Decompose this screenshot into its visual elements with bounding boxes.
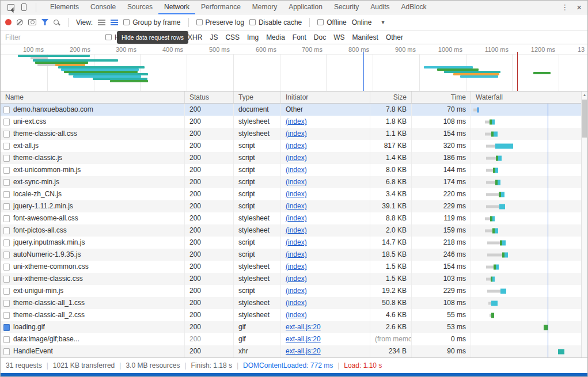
table-row[interactable]: jquery.inputmask.min.js200script(index)1… [1, 237, 582, 249]
initiator-link[interactable]: (index) [286, 262, 307, 271]
column-header-type[interactable]: Type [234, 92, 281, 103]
initiator-link[interactable]: (index) [286, 202, 307, 210]
column-header-initiator[interactable]: Initiator [281, 92, 370, 103]
tab-security[interactable]: Security [328, 1, 365, 14]
table-row[interactable]: autoNumeric-1.9.35.js200script(index)18.… [1, 249, 582, 261]
initiator-link[interactable]: (index) [286, 275, 307, 283]
filter-input[interactable] [1, 31, 97, 44]
filter-pill-js[interactable]: JS [210, 33, 218, 41]
initiator-link[interactable]: (index) [286, 214, 307, 222]
table-row[interactable]: HandleEvent200xhrext-all.js:20234 B90 ms [1, 345, 582, 357]
vertical-scrollbar[interactable]: ▴ [581, 92, 587, 357]
use-small-rows-icon[interactable] [98, 20, 105, 25]
filter-pill-manifest[interactable]: Manifest [352, 33, 378, 41]
checkbox-group-by-frame[interactable]: Group by frame [123, 18, 180, 26]
close-icon[interactable]: × [576, 2, 582, 12]
tab-audits[interactable]: Audits [365, 1, 395, 14]
initiator-link[interactable]: (index) [286, 117, 307, 125]
initiator-link[interactable]: (index) [286, 238, 307, 246]
request-name: font-awesome-all.css [13, 212, 78, 224]
initiator-link[interactable]: (index) [286, 178, 307, 186]
tab-performance[interactable]: Performance [195, 1, 246, 14]
table-row[interactable]: font-awesome-all.css200stylesheet(index)… [1, 212, 582, 224]
table-row[interactable]: uni-xtheme-classic.css200stylesheet(inde… [1, 273, 582, 285]
filter-pill-css[interactable]: CSS [225, 33, 240, 41]
filter-icon[interactable] [41, 19, 48, 25]
checkbox-offline[interactable]: Offline [317, 18, 346, 26]
column-header-name[interactable]: Name [1, 92, 185, 103]
initiator-link[interactable]: (index) [286, 287, 307, 295]
table-row[interactable]: data:image/gif;base...200gifext-all.js:2… [1, 333, 582, 345]
table-row[interactable]: ext-sync-min.js200script(index)6.8 KB174… [1, 176, 582, 188]
tab-elements[interactable]: Elements [44, 1, 85, 14]
initiator-link[interactable]: ext-all.js:20 [286, 323, 321, 331]
filter-pill-other[interactable]: Other [386, 33, 403, 41]
initiator-link[interactable]: ext-all.js:20 [286, 335, 321, 343]
filter-pill-doc[interactable]: Doc [314, 33, 326, 41]
throttling-dropdown[interactable]: Online ▾ [352, 18, 385, 26]
initiator-link[interactable]: (index) [286, 226, 307, 234]
initiator-link[interactable]: (index) [286, 166, 307, 174]
table-row[interactable]: ext-unigui-min.js200script(index)19.2 KB… [1, 285, 582, 297]
filter-pill-xhr[interactable]: XHR [188, 33, 202, 41]
table-row[interactable]: ext-unicommon-min.js200script(index)8.0 … [1, 164, 582, 176]
table-row[interactable]: jquery-1.11.2.min.js200script(index)39.1… [1, 200, 582, 212]
table-row[interactable]: loading.gif200gifext-all.js:202.6 KB53 m… [1, 321, 582, 333]
domcontentloaded-line [548, 104, 548, 357]
column-header-size[interactable]: Size [370, 92, 412, 103]
table-row[interactable]: theme-classic-all_1.css200stylesheet(ind… [1, 297, 582, 309]
tab-application[interactable]: Application [283, 1, 328, 14]
tab-sources[interactable]: Sources [122, 1, 158, 14]
initiator-link[interactable]: (index) [286, 142, 307, 150]
checkbox-disable-cache[interactable]: Disable cache [249, 18, 302, 26]
table-row[interactable]: demo.hanxuebaobao.com200documentOther7.8… [1, 104, 582, 116]
cell-type: stylesheet [234, 212, 281, 224]
show-overview-icon[interactable] [111, 20, 118, 25]
request-name: theme-classic.js [13, 152, 62, 164]
tab-network[interactable]: Network [158, 1, 195, 14]
overview-request-bar [460, 75, 498, 78]
column-header-status[interactable]: Status [185, 92, 234, 103]
filter-pill-media[interactable]: Media [266, 33, 285, 41]
initiator-link[interactable]: ext-all.js:20 [286, 347, 321, 355]
initiator-link[interactable]: (index) [286, 154, 307, 162]
cell-size: 2.0 KB [370, 224, 412, 237]
tab-adblock[interactable]: AdBlock [396, 1, 433, 14]
filter-pill-img[interactable]: Img [247, 33, 259, 41]
column-header-time[interactable]: Time [412, 92, 471, 103]
table-row[interactable]: font-pictos-all.css200stylesheet(index)2… [1, 224, 582, 237]
initiator-link[interactable]: (index) [286, 299, 307, 307]
request-name: ext-sync-min.js [13, 176, 59, 188]
scrollbar-thumb[interactable] [582, 100, 587, 138]
table-row[interactable]: theme-classic-all_2.css200stylesheet(ind… [1, 309, 582, 321]
table-row[interactable]: uni-ext.css200stylesheet(index)1.8 KB108… [1, 116, 582, 128]
table-row[interactable]: uni-xtheme-common.css200stylesheet(index… [1, 261, 582, 273]
devtools-tabs: ElementsConsoleSourcesNetworkPerformance… [44, 1, 433, 14]
cell-name: loading.gif [1, 321, 185, 333]
initiator-link[interactable]: (index) [286, 130, 307, 138]
column-header-waterfall[interactable]: Waterfall [471, 92, 582, 103]
table-row[interactable]: locale-zh_CN.js200script(index)3.4 KB220… [1, 188, 582, 200]
filter-pill-font[interactable]: Font [293, 33, 306, 41]
search-icon[interactable] [54, 20, 59, 25]
device-toolbar-icon[interactable] [21, 3, 26, 11]
filter-pill-ws[interactable]: WS [333, 33, 344, 41]
record-icon[interactable] [5, 19, 12, 25]
network-overview-timeline[interactable]: 100 ms200 ms300 ms400 ms500 ms600 ms700 … [1, 44, 588, 92]
initiator-link[interactable]: (index) [286, 311, 307, 319]
tab-console[interactable]: Console [85, 1, 122, 14]
inspect-element-icon[interactable] [7, 4, 14, 11]
scroll-up-arrow-icon[interactable]: ▴ [582, 92, 587, 98]
initiator-link[interactable]: (index) [286, 250, 307, 258]
cell-status: 200 [185, 212, 234, 224]
screenshot-capture-icon[interactable] [28, 19, 36, 25]
checkbox-preserve-log[interactable]: Preserve log [196, 18, 244, 26]
clear-icon[interactable] [17, 19, 23, 25]
table-row[interactable]: theme-classic.js200script(index)1.4 KB18… [1, 152, 582, 164]
table-row[interactable]: theme-classic-all.css200stylesheet(index… [1, 128, 582, 140]
tab-memory[interactable]: Memory [246, 1, 283, 14]
summary-load: Load: 1.10 s [344, 361, 382, 370]
kebab-menu-icon[interactable]: ⋮ [561, 3, 568, 12]
initiator-link[interactable]: (index) [286, 190, 307, 198]
table-row[interactable]: ext-all.js200script(index)817 KB320 ms [1, 140, 582, 152]
